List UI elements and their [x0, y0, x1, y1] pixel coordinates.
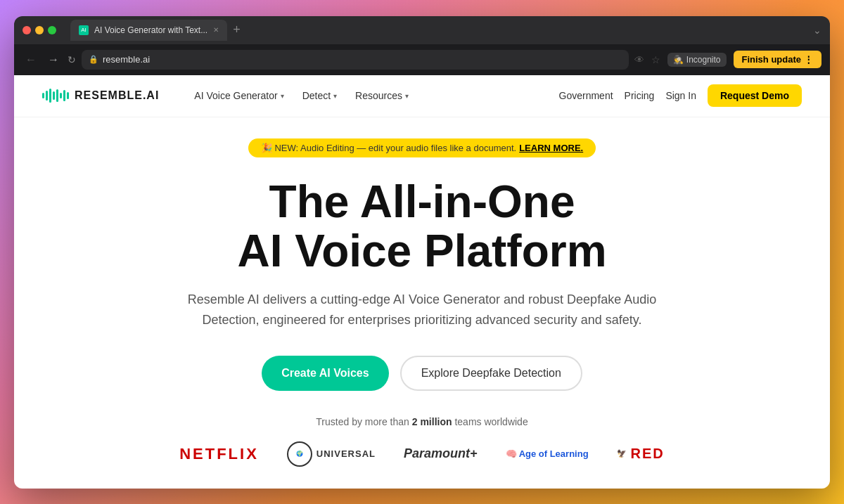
finish-update-menu-icon: ⋮ [804, 54, 813, 65]
active-tab[interactable]: AI AI Voice Generator with Text... ✕ [70, 20, 227, 41]
maximize-button[interactable] [48, 26, 56, 34]
paramount-logo: Paramount+ [404, 446, 478, 461]
nav-item-label-resources: Resources [355, 90, 402, 101]
hero-title-line2: AI Voice Platform [237, 226, 606, 276]
back-button[interactable]: ← [23, 53, 39, 66]
traffic-lights [23, 26, 56, 34]
address-actions: 👁 ☆ 🕵️ Incognito Finish update ⋮ [634, 51, 821, 68]
universal-logo: 🌍 UNIVERSAL [287, 441, 376, 467]
address-bar: ← → ↻ 🔒 resemble.ai 👁 ☆ 🕵️ Incognito Fin… [14, 44, 830, 75]
create-ai-voices-button[interactable]: Create AI Voices [262, 356, 389, 391]
hero-title: The All-in-One AI Voice Platform [237, 177, 606, 276]
chevron-down-icon-2: ▾ [333, 92, 337, 100]
universal-text: UNIVERSAL [316, 448, 376, 459]
nav-government-link[interactable]: Government [559, 90, 613, 101]
finish-update-button[interactable]: Finish update ⋮ [734, 51, 822, 68]
nav-pricing-link[interactable]: Pricing [625, 90, 655, 101]
wave-bar-4 [53, 91, 55, 100]
nav-item-voice-generator[interactable]: AI Voice Generator ▾ [187, 86, 290, 105]
wave-bar-7 [63, 90, 65, 101]
eye-icon[interactable]: 👁 [634, 54, 644, 65]
wave-bar-5 [56, 89, 58, 102]
trusted-count: 2 million [412, 416, 452, 427]
tab-bar: AI AI Voice Generator with Text... ✕ + ⌄ [70, 20, 821, 41]
tab-title: AI Voice Generator with Text... [94, 25, 207, 35]
logo[interactable]: RESEMBLE.AI [42, 89, 159, 103]
close-button[interactable] [23, 26, 31, 34]
nav-item-label-detect: Detect [302, 90, 331, 101]
logo-wave-icon [42, 89, 69, 103]
logo-text: RESEMBLE.AI [75, 89, 159, 102]
trusted-text: Trusted by more than 2 million teams wor… [316, 416, 528, 427]
browser-window: AI AI Voice Generator with Text... ✕ + ⌄… [14, 16, 830, 489]
nav-right: Government Pricing Sign In Request Demo [559, 84, 802, 107]
red-logo: 🦅 RED [617, 446, 665, 462]
chevron-down-icon-3: ▾ [405, 92, 409, 100]
nav-item-detect[interactable]: Detect ▾ [295, 86, 344, 105]
explore-deepfake-button[interactable]: Explore Deepfake Detection [400, 356, 582, 391]
aol-logo: 🧠 Age of Learning [506, 448, 589, 459]
announcement-text: 🎉 NEW: Audio Editing — edit your audio f… [261, 143, 516, 153]
trusted-prefix: Trusted by more than [316, 416, 409, 427]
website-content: RESEMBLE.AI AI Voice Generator ▾ Detect … [14, 75, 830, 489]
incognito-label: Incognito [686, 55, 721, 65]
nav-item-resources[interactable]: Resources ▾ [348, 86, 416, 105]
red-text: RED [631, 446, 665, 462]
url-text: resemble.ai [103, 54, 150, 65]
wave-bar-8 [67, 92, 69, 99]
minimize-button[interactable] [35, 26, 44, 34]
nav-item-label-voice: AI Voice Generator [194, 90, 277, 101]
tab-close-icon[interactable]: ✕ [213, 26, 219, 34]
hero-section: 🎉 NEW: Audio Editing — edit your audio f… [14, 117, 830, 489]
forward-button[interactable]: → [45, 53, 62, 66]
incognito-icon: 🕵️ [673, 55, 684, 65]
wave-bar-1 [42, 93, 44, 98]
incognito-badge: 🕵️ Incognito [667, 53, 727, 67]
request-demo-button[interactable]: Request Demo [708, 84, 802, 107]
hero-title-line1: The All-in-One [269, 176, 575, 227]
new-tab-button[interactable]: + [233, 22, 241, 37]
nav-links: AI Voice Generator ▾ Detect ▾ Resources … [187, 86, 558, 105]
hero-subtitle: Resemble AI delivers a cutting-edge AI V… [183, 290, 661, 330]
brand-logo-strip: NETFLIX 🌍 UNIVERSAL Paramount+ 🧠 Age of … [42, 441, 802, 467]
chevron-down-icon: ▾ [281, 92, 284, 100]
lock-icon: 🔒 [89, 55, 98, 64]
url-bar[interactable]: 🔒 resemble.ai [82, 50, 629, 70]
bookmark-icon[interactable]: ☆ [651, 54, 660, 65]
reload-button[interactable]: ↻ [68, 54, 76, 65]
announcement-link[interactable]: LEARN MORE. [519, 143, 583, 153]
tab-favicon-icon: AI [79, 25, 89, 35]
red-icon: 🦅 [617, 449, 627, 458]
tab-menu-icon[interactable]: ⌄ [813, 25, 821, 36]
wave-bar-2 [46, 91, 48, 101]
title-bar: AI AI Voice Generator with Text... ✕ + ⌄ [14, 16, 830, 44]
universal-circle-icon: 🌍 [287, 441, 312, 467]
netflix-logo: NETFLIX [179, 445, 259, 463]
hero-buttons: Create AI Voices Explore Deepfake Detect… [262, 356, 582, 391]
site-nav: RESEMBLE.AI AI Voice Generator ▾ Detect … [14, 75, 830, 117]
wave-bar-3 [49, 89, 51, 103]
wave-bar-6 [60, 93, 62, 98]
announcement-banner[interactable]: 🎉 NEW: Audio Editing — edit your audio f… [248, 138, 596, 157]
finish-update-label: Finish update [742, 54, 802, 65]
trusted-suffix: teams worldwide [454, 416, 528, 427]
nav-signin-link[interactable]: Sign In [665, 90, 696, 101]
aol-text: 🧠 Age of Learning [506, 448, 589, 459]
